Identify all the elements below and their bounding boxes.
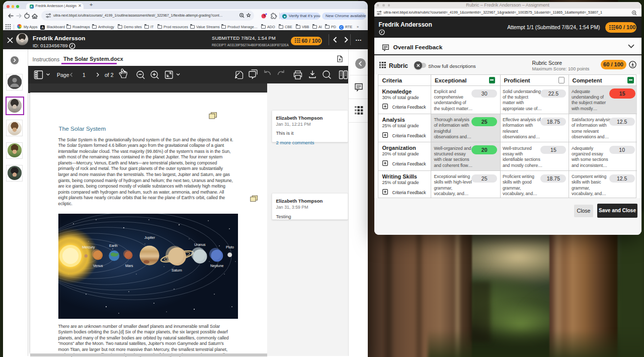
svg-text:Mars: Mars (125, 264, 133, 267)
svg-text:Venus: Venus (93, 264, 103, 267)
svg-text:Pluto: Pluto (226, 245, 234, 249)
svg-text:Mercury: Mercury (82, 245, 95, 249)
svg-text:Uranus: Uranus (194, 243, 206, 246)
svg-text:Earth: Earth (109, 243, 118, 247)
svg-text:Jupiter: Jupiter (144, 236, 155, 240)
svg-text:Page: Page (57, 71, 69, 77)
svg-text:of 2: of 2 (105, 71, 114, 77)
svg-text:1: 1 (83, 71, 86, 77)
svg-text:Saturn: Saturn (172, 269, 182, 272)
svg-text:Neptune: Neptune (210, 264, 224, 268)
